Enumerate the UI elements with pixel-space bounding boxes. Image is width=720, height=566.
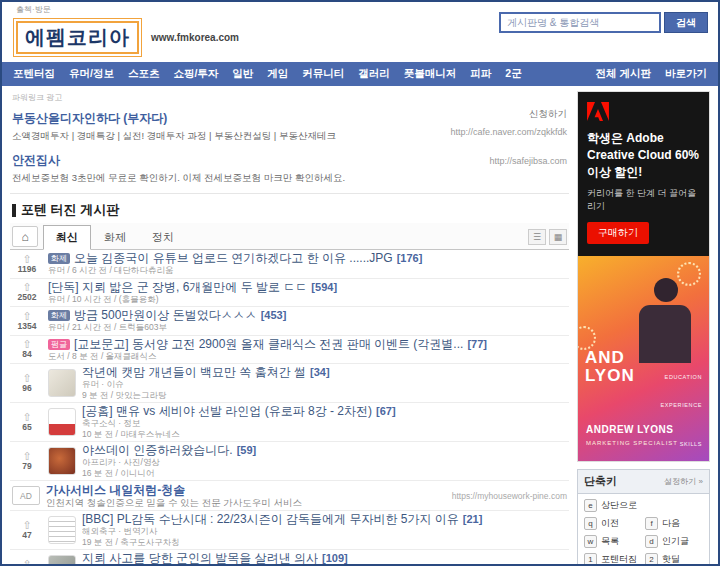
nav-item-8[interactable]: 풋볼매니저: [397, 62, 464, 86]
post-title[interactable]: 작년에 캣맘 개년들이 백묘만 쏙 훔쳐간 썰: [82, 366, 306, 379]
nav-item-9[interactable]: 피파: [463, 62, 498, 86]
comment-count[interactable]: [67]: [376, 405, 396, 418]
post-meta: 아프리카 · 사진/영상: [82, 458, 567, 468]
shortcut-d[interactable]: d인기글: [645, 535, 703, 548]
content: 파워링크 광고 부동산을디자인하다 (부자다)소액경매투자 | 경매특강 | 실…: [2, 86, 718, 564]
post-row: ⇧58지뢰 사고를 당한 군인의 발목을 살려낸 의사[109]유머 · 이슈2…: [10, 550, 569, 564]
post-thumbnail[interactable]: [48, 369, 76, 397]
comment-count[interactable]: [594]: [311, 281, 337, 294]
upvote-icon[interactable]: ⇧: [12, 559, 42, 564]
grid-view-icon[interactable]: ▦: [549, 229, 567, 245]
poster-role: MARKETING SPECIALIST: [586, 440, 678, 446]
post-body: 작년에 캣맘 개년들이 백묘만 쏙 훔쳐간 썰[34]유머 · 이슈9 분 전 …: [82, 366, 567, 400]
nav-item-5[interactable]: 게임: [260, 62, 295, 86]
vote-control[interactable]: ⇧84: [12, 339, 42, 359]
main-column: 파워링크 광고 부동산을디자인하다 (부자다)소액경매투자 | 경매특강 | 실…: [10, 91, 569, 559]
nav-item-3[interactable]: 쇼핑/투자: [166, 62, 225, 86]
comment-count[interactable]: [109]: [322, 552, 348, 564]
vote-control[interactable]: ⇧1196: [12, 254, 42, 274]
nav-right-item-1[interactable]: 바로가기: [658, 62, 714, 86]
post-title[interactable]: 오늘 김종국이 유튜브 업로드 연기하겠다고 한 이유 ......JPG: [74, 252, 393, 265]
post-meta: 유머 · 이슈: [82, 380, 567, 390]
sponsored-row[interactable]: AD가사서비스 내일처럼-청솔인천지역 청솔인증으로 믿을 수 있는 전문 가사…: [10, 481, 569, 511]
shortcuts-settings-link[interactable]: 설정하기 »: [664, 476, 703, 487]
comment-count[interactable]: [21]: [463, 513, 483, 526]
shortcut-e[interactable]: e상단으로: [584, 499, 642, 512]
vote-control[interactable]: ⇧58: [12, 559, 42, 564]
key-cap: q: [584, 517, 597, 530]
nav-item-0[interactable]: 포텐터짐: [6, 62, 62, 86]
comment-count[interactable]: [59]: [237, 444, 257, 457]
post-thumbnail[interactable]: [48, 447, 76, 475]
top-links[interactable]: 출첵·방문: [16, 4, 239, 15]
vote-control[interactable]: ⇧2502: [12, 282, 42, 302]
post-row: ⇧2502[단독] 지뢰 밟은 군 장병, 6개월만에 두 발로 ㄷㄷ[594]…: [10, 279, 569, 308]
shortcut-2[interactable]: 2핫딜: [645, 553, 703, 564]
key-cap: 1: [584, 553, 597, 564]
shortcut-1[interactable]: 1포텐터짐: [584, 553, 642, 564]
post-row: ⇧47[BBC] PL감독 수난시대 : 22/23시즌이 감독들에게 무자비한…: [10, 511, 569, 550]
powerlink-ad-url: http://cafe.naver.com/zqkkfdk: [450, 127, 567, 137]
list-view-icon[interactable]: ☰: [528, 229, 546, 245]
sponsored-url: https://myhousework-pine.com: [452, 491, 567, 501]
site-logo[interactable]: 에펨코리아: [16, 21, 139, 54]
comment-count[interactable]: [176]: [397, 252, 423, 265]
main-nav: 포텐터짐유머/정보스포츠쇼핑/투자일반게임커뮤니티갤러리풋볼매니저피파2군 전체…: [2, 62, 718, 86]
post-title[interactable]: [BBC] PL감독 수난시대 : 22/23시즌이 감독들에게 무자비한 5가…: [82, 513, 459, 526]
adobe-ad-banner[interactable]: 학생은 Adobe Creative Cloud 60% 이상 할인! 커리어를…: [577, 91, 710, 462]
poster-section-label: EDUCATION: [665, 374, 702, 380]
sidebar: 학생은 Adobe Creative Cloud 60% 이상 할인! 커리어를…: [577, 91, 710, 559]
nav-right-item-0[interactable]: 전체 게시판: [589, 62, 658, 86]
post-row: ⇧1196화제오늘 김종국이 유튜브 업로드 연기하겠다고 한 이유 .....…: [10, 250, 569, 279]
post-title[interactable]: [단독] 지뢰 밟은 군 장병, 6개월만에 두 발로 ㄷㄷ: [48, 281, 307, 294]
post-title[interactable]: [공홈] 맨유 vs 세비야 선발 라인업 (유로파 8강 - 2차전): [82, 405, 372, 418]
post-thumbnail[interactable]: [48, 516, 76, 544]
post-title-line: [BBC] PL감독 수난시대 : 22/23시즌이 감독들에게 무자비한 5가…: [82, 513, 567, 526]
comment-count[interactable]: [77]: [467, 338, 487, 351]
key-label: 포텐터짐: [601, 553, 637, 564]
tab-최신[interactable]: 최신: [43, 225, 91, 250]
shortcut-empty: [645, 499, 703, 512]
post-title[interactable]: 야쓰데이 인증하러왔습니다.: [82, 444, 233, 457]
shortcut-w[interactable]: w목록: [584, 535, 642, 548]
powerlink-ad-title[interactable]: 부동산을디자인하다 (부자다): [12, 111, 167, 125]
vote-control[interactable]: ⇧47: [12, 520, 42, 540]
key-label: 핫딜: [662, 553, 680, 564]
adobe-ad-top: 학생은 Adobe Creative Cloud 60% 이상 할인! 커리어를…: [578, 92, 709, 256]
board-title-row: 포텐 터진 게시판: [10, 194, 569, 223]
key-label: 이전: [601, 517, 619, 530]
post-title[interactable]: 방금 500만원이상 돈벌었다ㅅㅅㅅ: [74, 309, 257, 322]
powerlink-ad-action[interactable]: 신청하기: [450, 108, 567, 121]
powerlink-ad-title[interactable]: 안전집사: [12, 153, 60, 167]
tab-정치[interactable]: 정치: [139, 225, 187, 250]
vote-control[interactable]: ⇧1354: [12, 311, 42, 331]
shortcut-q[interactable]: q이전: [584, 517, 642, 530]
ad-cta-button[interactable]: 구매하기: [587, 222, 649, 244]
comment-count[interactable]: [453]: [261, 309, 287, 322]
shortcut-f[interactable]: f다음: [645, 517, 703, 530]
nav-item-2[interactable]: 스포츠: [121, 62, 167, 86]
post-title[interactable]: 지뢰 사고를 당한 군인의 발목을 살려낸 의사: [82, 552, 318, 564]
site-logo-text: 에펨코리아: [25, 26, 130, 48]
post-thumbnail[interactable]: [48, 408, 76, 436]
board-tabs: ⌂ 최신화제정치 ☰ ▦: [10, 223, 569, 250]
search-input[interactable]: [499, 12, 661, 33]
comment-count[interactable]: [34]: [310, 366, 330, 379]
vote-control[interactable]: ⇧79: [12, 451, 42, 471]
vote-control[interactable]: ⇧96: [12, 373, 42, 393]
nav-item-1[interactable]: 유머/정보: [62, 62, 121, 86]
tab-화제[interactable]: 화제: [91, 225, 139, 250]
search-button[interactable]: 검색: [664, 12, 708, 33]
nav-item-6[interactable]: 커뮤니티: [295, 62, 351, 86]
nav-item-10[interactable]: 2군: [498, 62, 528, 86]
post-thumbnail[interactable]: [48, 555, 76, 564]
post-body: 야쓰데이 인증하러왔습니다.[59]아프리카 · 사진/영상16 분 전 / 이…: [82, 444, 567, 478]
vote-control[interactable]: ⇧65: [12, 412, 42, 432]
home-icon[interactable]: ⌂: [12, 226, 38, 247]
post-title-line: [공홈] 맨유 vs 세비야 선발 라인업 (유로파 8강 - 2차전)[67]: [82, 405, 567, 418]
key-label: 목록: [601, 535, 619, 548]
nav-item-7[interactable]: 갤러리: [351, 62, 397, 86]
nav-item-4[interactable]: 일반: [225, 62, 260, 86]
post-title[interactable]: [교보문고] 동서양 고전 2900원 올재 클래식스 전권 판매 이벤트 (각…: [74, 338, 463, 351]
sponsored-title[interactable]: 가사서비스 내일처럼-청솔: [46, 483, 446, 497]
